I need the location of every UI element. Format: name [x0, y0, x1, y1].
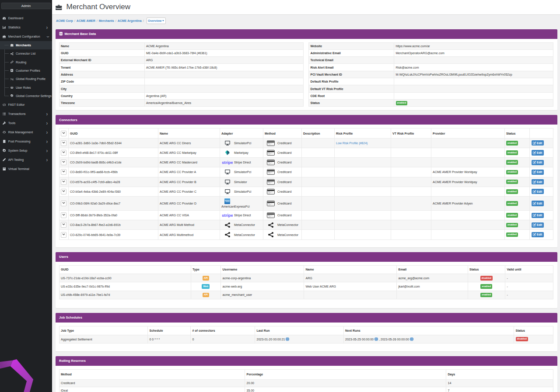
svg-text:stripe: stripe [222, 160, 233, 165]
svg-text:stripe: stripe [222, 213, 233, 218]
